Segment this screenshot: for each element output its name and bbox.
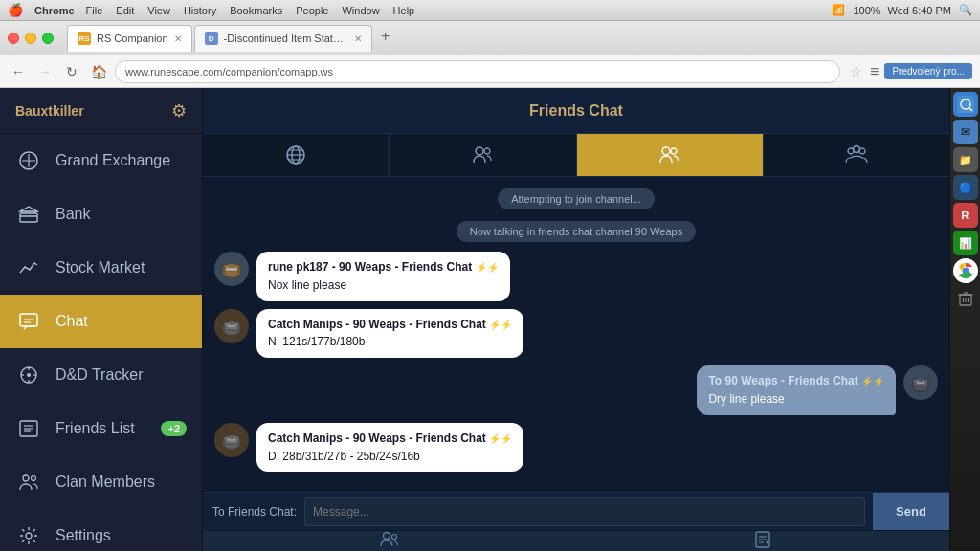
window-controls bbox=[8, 33, 54, 44]
dock-icon-1[interactable]: 📁 bbox=[953, 147, 978, 172]
svg-point-25 bbox=[671, 148, 677, 154]
stock-market-icon bbox=[15, 254, 42, 281]
sidebar-item-bank[interactable]: Bank bbox=[0, 187, 202, 241]
close-window-button[interactable] bbox=[8, 33, 19, 44]
svg-rect-39 bbox=[223, 325, 226, 332]
svg-rect-1 bbox=[20, 213, 37, 222]
refresh-button[interactable]: ↻ bbox=[61, 61, 82, 82]
menu-bar: File Edit View History Bookmarks People … bbox=[86, 5, 415, 16]
chat-input-row: To Friends Chat: Send bbox=[203, 492, 949, 530]
sidebar-label-bank: Bank bbox=[56, 206, 90, 223]
settings-nav-icon bbox=[15, 522, 42, 549]
menu-history[interactable]: History bbox=[184, 5, 216, 16]
spotlight-icon[interactable]: 🔍 bbox=[959, 4, 972, 16]
svg-rect-52 bbox=[238, 439, 241, 446]
svg-rect-50 bbox=[230, 435, 234, 439]
message-bubble-4: Catch Manips - 90 Weaps - Friends Chat ⚡… bbox=[256, 423, 523, 473]
svg-point-14 bbox=[32, 476, 36, 481]
chrome-title-bar: RS RS Companion ✕ D -Discontinued Item S… bbox=[0, 21, 980, 55]
sidebar-item-settings[interactable]: Settings bbox=[0, 509, 202, 551]
sidebar-item-chat[interactable]: Chat bbox=[0, 295, 202, 348]
sidebar-settings-icon[interactable]: ⚙ bbox=[171, 100, 187, 121]
menu-bookmarks[interactable]: Bookmarks bbox=[230, 5, 282, 16]
svg-point-53 bbox=[384, 532, 390, 539]
os-menu-bar: 🍎 Chrome File Edit View History Bookmark… bbox=[0, 0, 980, 21]
sidebar-nav: Grand Exchange Bank bbox=[0, 134, 202, 551]
avatar-2 bbox=[214, 309, 249, 343]
dock-icon-finder[interactable] bbox=[953, 92, 978, 117]
maximize-window-button[interactable] bbox=[42, 33, 54, 44]
chat-input-label: To Friends Chat: bbox=[212, 505, 297, 518]
dock-icon-4[interactable]: 📊 bbox=[953, 231, 978, 255]
tab-label-disc: -Discontinued Item Status... bbox=[224, 33, 348, 44]
tab-public-chat[interactable] bbox=[203, 134, 390, 176]
tab-rs-companion[interactable]: RS RS Companion ✕ bbox=[67, 25, 192, 52]
sidebar-item-stock-market[interactable]: Stock Market bbox=[0, 241, 202, 295]
chat-message-input[interactable] bbox=[304, 497, 865, 526]
dock-icon-3[interactable]: R bbox=[953, 203, 978, 228]
menu-file[interactable]: File bbox=[86, 5, 103, 16]
sidebar-item-grand-exchange[interactable]: Grand Exchange bbox=[0, 134, 202, 187]
friends-chat-icon bbox=[658, 143, 681, 166]
svg-rect-51 bbox=[223, 439, 226, 446]
svg-point-13 bbox=[23, 475, 29, 481]
extensions-button[interactable]: Predvolený pro... bbox=[884, 63, 972, 79]
svg-point-4 bbox=[27, 373, 31, 377]
dd-tracker-icon bbox=[15, 362, 42, 388]
svg-rect-44 bbox=[919, 378, 923, 382]
avatar-3 bbox=[903, 365, 938, 400]
sidebar-label-grand-exchange: Grand Exchange bbox=[56, 152, 170, 169]
send-button[interactable]: Send bbox=[873, 493, 949, 531]
battery-label: 100% bbox=[853, 5, 880, 16]
grand-exchange-icon bbox=[15, 147, 42, 174]
forward-button[interactable]: → bbox=[34, 61, 56, 82]
url-bar[interactable]: www.runescape.com/companion/comapp.ws bbox=[115, 60, 840, 83]
bookmark-star-icon[interactable]: ☆ bbox=[850, 64, 862, 79]
svg-rect-31 bbox=[223, 267, 226, 275]
tab-close-rs[interactable]: ✕ bbox=[174, 33, 182, 44]
sidebar-item-clan-members[interactable]: Clan Members bbox=[0, 455, 202, 509]
dock-icon-mail[interactable]: ✉ bbox=[953, 120, 978, 144]
mac-dock: ✉ 📁 🔵 R 📊 bbox=[949, 88, 980, 551]
tab-private-chat[interactable] bbox=[390, 134, 576, 176]
bottom-notepad-icon[interactable] bbox=[753, 530, 772, 552]
sidebar-label-friends-list: Friends List bbox=[56, 420, 135, 437]
back-button[interactable]: ← bbox=[8, 61, 29, 82]
menu-help[interactable]: Help bbox=[393, 5, 415, 16]
new-tab-button[interactable]: + bbox=[374, 25, 397, 48]
dock-icon-2[interactable]: 🔵 bbox=[953, 175, 978, 200]
chat-messages-area: Attempting to join channel... Now talkin… bbox=[203, 177, 949, 492]
menu-people[interactable]: People bbox=[296, 5, 328, 16]
svg-rect-40 bbox=[238, 325, 241, 332]
svg-point-15 bbox=[26, 533, 32, 539]
tab-clan-chat[interactable] bbox=[764, 134, 949, 176]
menu-edit[interactable]: Edit bbox=[116, 5, 134, 16]
apple-menu[interactable]: 🍎 bbox=[8, 3, 23, 17]
main-content: Friends Chat bbox=[203, 88, 949, 551]
svg-rect-46 bbox=[927, 382, 930, 388]
dock-icon-trash[interactable] bbox=[953, 286, 978, 311]
tab-discontinued[interactable]: D -Discontinued Item Status... ✕ bbox=[194, 25, 372, 52]
bottom-friends-icon[interactable] bbox=[380, 530, 399, 552]
home-button[interactable]: 🏠 bbox=[88, 61, 109, 82]
message-bubble-3: To 90 Weaps - Friends Chat ⚡⚡ Dry line p… bbox=[697, 365, 896, 415]
tab-friends-chat[interactable] bbox=[577, 134, 764, 176]
svg-point-22 bbox=[476, 147, 483, 155]
svg-rect-32 bbox=[237, 267, 240, 275]
sidebar-label-clan-members: Clan Members bbox=[56, 474, 155, 491]
avatar-1 bbox=[214, 252, 249, 286]
message-row-1: rune pk187 - 90 Weaps - Friends Chat ⚡⚡ … bbox=[214, 252, 674, 301]
app-name[interactable]: Chrome bbox=[34, 5, 75, 16]
menu-view[interactable]: View bbox=[147, 5, 170, 16]
message-row-4: Catch Manips - 90 Weaps - Friends Chat ⚡… bbox=[214, 423, 674, 473]
tab-bar: RS RS Companion ✕ D -Discontinued Item S… bbox=[67, 25, 972, 52]
message-row-3: To 90 Weaps - Friends Chat ⚡⚡ Dry line p… bbox=[697, 365, 938, 415]
minimize-window-button[interactable] bbox=[25, 33, 36, 44]
sidebar-item-friends-list[interactable]: Friends List +2 bbox=[0, 402, 202, 455]
sidebar-item-dd-tracker[interactable]: D&D Tracker bbox=[0, 348, 202, 402]
chrome-menu-button[interactable]: ≡ bbox=[870, 63, 879, 80]
tab-close-disc[interactable]: ✕ bbox=[354, 33, 362, 44]
dock-icon-chrome[interactable] bbox=[953, 258, 978, 283]
menu-window[interactable]: Window bbox=[342, 5, 379, 16]
time-label: Wed 6:40 PM bbox=[888, 5, 951, 16]
